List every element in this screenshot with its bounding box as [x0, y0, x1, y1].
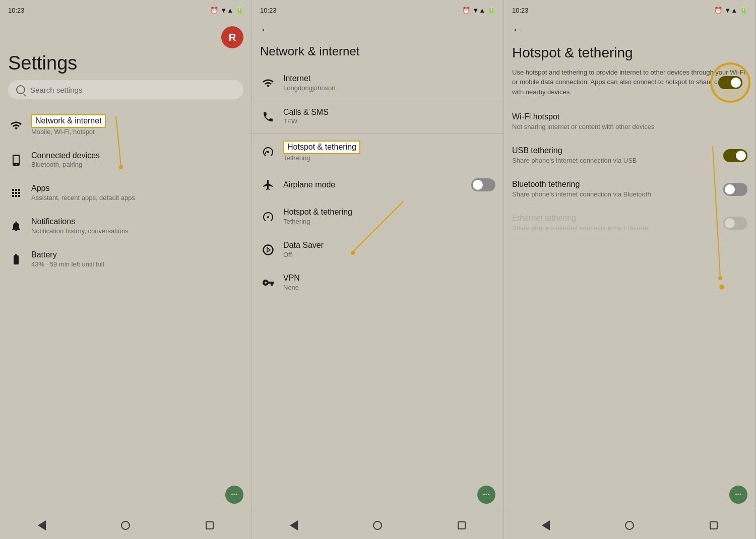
network-item-subtitle: Mobile, Wi-Fi, hotspot — [31, 128, 243, 137]
fab-button-2[interactable]: ··· — [477, 486, 495, 504]
bluetooth-tethering-toggle-knob — [725, 184, 735, 194]
nav-back-3[interactable] — [537, 516, 555, 534]
ethernet-tethering-item: Ethernet tethering Share phone's interne… — [504, 206, 755, 240]
usb-tethering-text: USB tethering Share phone's internet con… — [512, 146, 723, 165]
calls-item-text: Calls & SMS TFW — [283, 107, 495, 126]
search-icon — [16, 85, 25, 94]
settings-item-network[interactable]: Network & internet Mobile, Wi-Fi, hotspo… — [0, 107, 251, 144]
wifi-hotspot-item[interactable]: Wi-Fi hotspot Not sharing internet or co… — [504, 105, 755, 139]
nav-bar-2 — [252, 511, 503, 539]
datasaver-item-subtitle: Off — [283, 251, 495, 259]
panel-network-internet: 10:23 ⏰ ▼▲ 🔋 ← Network & internet Intern… — [252, 0, 504, 539]
network-item-text: Network & internet Mobile, Wi-Fi, hotspo… — [31, 114, 243, 137]
vpn-icon — [260, 275, 276, 291]
wifi-hotspot-subtitle: Not sharing internet or content with oth… — [512, 122, 741, 131]
apps-item-title: Apps — [31, 183, 243, 194]
hotspot-main-toggle-wrapper — [710, 62, 750, 103]
apps-item-subtitle: Assistant, recent apps, default apps — [31, 194, 243, 203]
panel-hotspot-tethering: 10:23 ⏰ ▼▲ 🔋 ← Hotspot & tethering Use h… — [504, 0, 756, 539]
usb-tethering-item[interactable]: USB tethering Share phone's internet con… — [504, 139, 755, 172]
svg-point-2 — [264, 245, 273, 254]
hotspot2-item-subtitle: Tethering — [283, 218, 495, 226]
back-arrow-3[interactable]: ← — [512, 23, 523, 36]
settings-item-apps[interactable]: Apps Assistant, recent apps, default app… — [0, 176, 251, 210]
airplane-toggle[interactable] — [471, 178, 495, 191]
battery-icon-1: 🔋 — [235, 7, 243, 14]
wifi-icon — [8, 117, 24, 133]
nav-recent-2[interactable] — [453, 516, 471, 534]
usb-toggle-annotation — [718, 280, 733, 295]
bluetooth-tethering-subtitle: Share phone's internet connection via Bl… — [512, 190, 717, 199]
description-section: Use hotspot and tethering to provide int… — [504, 68, 755, 105]
airplane-item-title: Airplane mode — [283, 180, 464, 190]
phone-icon — [260, 109, 276, 125]
settings-item-vpn[interactable]: VPN None — [252, 266, 503, 299]
back-arrow-2[interactable]: ← — [260, 23, 271, 36]
network-item-title: Network & internet — [35, 116, 102, 126]
settings-list: Network & internet Mobile, Wi-Fi, hotspo… — [0, 107, 251, 276]
nav-home-3[interactable] — [620, 516, 639, 534]
status-bar-2: 10:23 ⏰ ▼▲ 🔋 — [252, 0, 503, 18]
settings-item-internet[interactable]: Internet Longdongjohnson — [252, 66, 503, 100]
calls-item-title: Calls & SMS — [283, 107, 495, 118]
nav-recent-3[interactable] — [705, 516, 723, 534]
nav-home-1[interactable] — [116, 516, 135, 534]
fab-button-3[interactable]: ··· — [729, 486, 747, 504]
signal-icon-2: ▼▲ — [472, 7, 485, 14]
bluetooth-tethering-item[interactable]: Bluetooth tethering Share phone's intern… — [504, 172, 755, 206]
status-time-3: 10:23 — [512, 7, 529, 14]
settings-item-connected[interactable]: Connected devices Bluetooth, pairing — [0, 144, 251, 177]
nav-recent-1[interactable] — [201, 516, 219, 534]
hotspot-item-text: Hotspot & tethering Tethering — [283, 141, 495, 163]
settings-item-hotspot2[interactable]: Hotspot & tethering Tethering — [252, 200, 503, 233]
wifi-icon-2 — [260, 75, 276, 91]
panel-settings-main: 10:23 ⏰ ▼▲ 🔋 R Settings Search settings — [0, 0, 252, 539]
ethernet-tethering-subtitle: Share phone's internet connection via Et… — [512, 224, 717, 233]
status-bar-1: 10:23 ⏰ ▼▲ 🔋 — [0, 0, 251, 18]
notifications-item-title: Notifications — [31, 217, 243, 227]
status-time-2: 10:23 — [260, 7, 277, 14]
ethernet-tethering-title: Ethernet tethering — [512, 213, 717, 224]
ethernet-tethering-toggle — [723, 217, 747, 230]
alarm-icon-2: ⏰ — [462, 7, 470, 14]
hotspot-icon — [260, 144, 276, 160]
hotspot2-item-title: Hotspot & tethering — [283, 207, 495, 218]
fab-button-1[interactable]: ··· — [225, 486, 243, 504]
settings-item-airplane[interactable]: Airplane mode — [252, 170, 503, 200]
hotspot-icon-2 — [260, 209, 276, 225]
internet-item-subtitle: Longdongjohnson — [283, 84, 495, 93]
nav-back-1[interactable] — [33, 516, 51, 534]
apps-icon — [8, 185, 24, 201]
connected-item-title: Connected devices — [31, 151, 243, 161]
nav-back-2[interactable] — [285, 516, 303, 534]
svg-point-7 — [718, 276, 722, 280]
airplane-icon — [260, 177, 276, 193]
apps-item-text: Apps Assistant, recent apps, default app… — [31, 183, 243, 203]
settings-title: Settings — [0, 52, 251, 80]
status-time-1: 10:23 — [8, 7, 25, 14]
nav-home-2[interactable] — [368, 516, 387, 534]
settings-item-notifications[interactable]: Notifications Notification history, conv… — [0, 210, 251, 243]
panel3-back-header: ← — [504, 18, 755, 40]
usb-tethering-toggle[interactable] — [723, 149, 747, 162]
avatar[interactable]: R — [221, 26, 243, 48]
airplane-item-text: Airplane mode — [283, 180, 464, 190]
nav-bar-3 — [504, 511, 755, 539]
toggle-circle-annotation — [710, 62, 750, 103]
connected-item-subtitle: Bluetooth, pairing — [31, 161, 243, 169]
devices-icon — [8, 152, 24, 168]
bluetooth-tethering-toggle[interactable] — [723, 183, 747, 196]
search-bar[interactable]: Search settings — [8, 80, 243, 99]
settings-item-datasaver[interactable]: Data Saver Off — [252, 233, 503, 266]
settings-item-hotspot-highlighted[interactable]: Hotspot & tethering Tethering — [252, 133, 503, 170]
settings-item-battery[interactable]: Battery 43% · 59 min left until full — [0, 243, 251, 276]
hotspot-main-toggle[interactable] — [718, 76, 742, 89]
settings-header: R — [0, 18, 251, 52]
hotspot2-item-text: Hotspot & tethering Tethering — [283, 207, 495, 226]
settings-item-calls[interactable]: Calls & SMS TFW — [252, 100, 503, 133]
signal-icon-1: ▼▲ — [220, 7, 233, 14]
svg-point-5 — [719, 285, 724, 290]
vpn-item-title: VPN — [283, 273, 495, 284]
alarm-icon-1: ⏰ — [210, 7, 218, 14]
usb-tethering-title: USB tethering — [512, 146, 717, 156]
